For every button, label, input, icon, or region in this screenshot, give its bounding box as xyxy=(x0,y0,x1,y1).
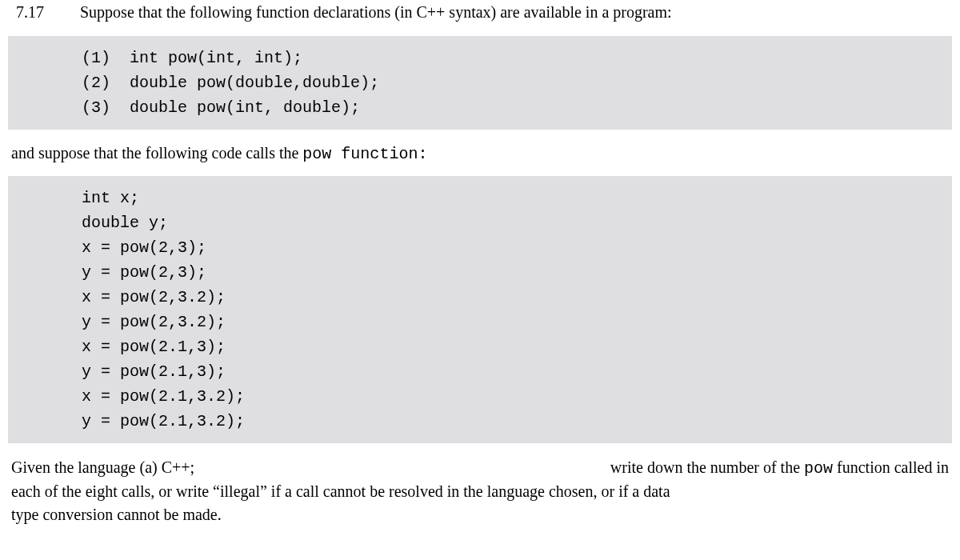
question-line-2: each of the eight calls, or write “illeg… xyxy=(11,480,949,503)
call-line-5: x = pow(2,3.2); xyxy=(82,288,226,306)
call-line-4: y = pow(2,3); xyxy=(82,263,206,282)
call-line-1: int x; xyxy=(82,189,139,207)
call-line-3: x = pow(2,3); xyxy=(82,238,206,257)
question-line-1-right-prefix: write down the number of the xyxy=(610,458,804,476)
call-line-10: y = pow(2.1,3.2); xyxy=(82,412,245,430)
call-line-6: y = pow(2,3.2); xyxy=(82,313,226,331)
call-line-2: double y; xyxy=(82,214,168,232)
call-line-9: x = pow(2.1,3.2); xyxy=(82,387,245,406)
calls-code-block: int x; double y; x = pow(2,3); y = pow(2… xyxy=(8,176,952,443)
question-pow-code: pow xyxy=(804,459,833,478)
decl-line-2: (2) double pow(double,double); xyxy=(82,74,379,92)
decl-line-1: (1) int pow(int, int); xyxy=(82,49,302,67)
question-gap xyxy=(194,456,610,480)
decl-line-3: (3) double pow(int, double); xyxy=(82,98,360,117)
problem-number: 7.17 xyxy=(16,3,80,22)
call-line-7: x = pow(2.1,3); xyxy=(82,338,226,356)
question-line-1-right-suffix: function called in xyxy=(833,458,949,476)
question-line-1-right: write down the number of the pow functio… xyxy=(610,456,949,480)
intertext-prefix: and suppose that the following code call… xyxy=(11,144,302,162)
problem-prompt: Suppose that the following function decl… xyxy=(80,3,944,22)
declarations-code-block: (1) int pow(int, int); (2) double pow(do… xyxy=(8,36,952,130)
intertext-code: pow function: xyxy=(302,145,427,163)
question-text: Given the language (a) C++; write down t… xyxy=(0,451,960,526)
problem-header: 7.17 Suppose that the following function… xyxy=(0,0,960,31)
intertext: and suppose that the following code call… xyxy=(0,138,960,171)
call-line-8: y = pow(2.1,3); xyxy=(82,362,226,381)
question-line-1-left: Given the language (a) C++; xyxy=(11,456,194,480)
question-line-3: type conversion cannot be made. xyxy=(11,503,949,526)
question-line-1: Given the language (a) C++; write down t… xyxy=(11,456,949,480)
